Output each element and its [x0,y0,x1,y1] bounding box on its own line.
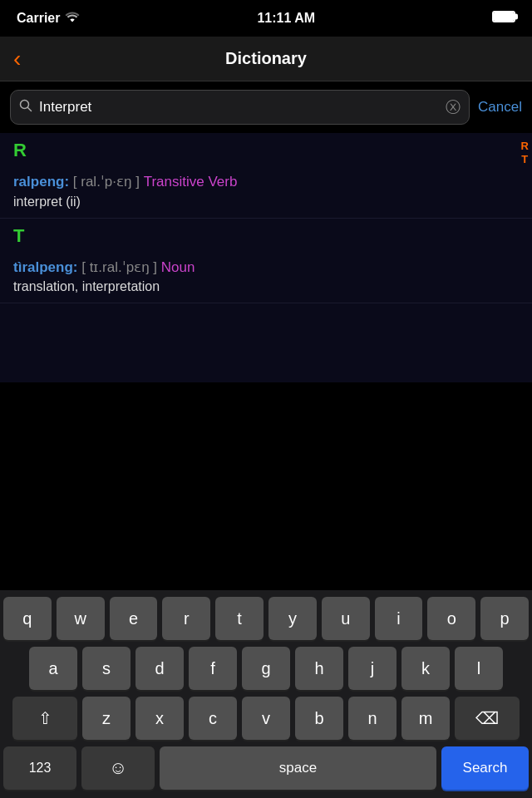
content-area: R ralpeng: [ ral.ˈp·ɛŋ ] Transitive Verb… [0,133,532,382]
back-button[interactable]: ‹ [13,47,21,71]
entry-word-tiralpeng: tìralpeng: [13,259,77,275]
search-button[interactable]: Search [441,746,529,790]
status-time: 11:11 AM [257,11,315,26]
key-s[interactable]: s [82,647,131,690]
key-b[interactable]: b [295,697,343,740]
nav-bar: ‹ Dictionary [0,37,532,81]
key-w[interactable]: w [57,597,105,640]
letter-t: T [13,225,519,247]
letter-r: R [13,140,519,161]
numbers-button[interactable]: 123 [3,746,76,790]
key-z[interactable]: z [82,697,131,740]
entry-phonetic-tiralpeng: [ tɪ.ral.ˈpɛŋ ] [81,259,161,275]
entry-def-tiralpeng: translation, interpretation [13,279,519,294]
keyboard-row-3: ⇧ z x c v b n m ⌫ [3,697,529,740]
key-n[interactable]: n [348,697,397,740]
delete-button[interactable]: ⌫ [455,697,520,740]
status-right [492,11,515,26]
side-index: R T [518,133,532,172]
key-a[interactable]: a [29,647,77,690]
entry-tiralpeng-line1: tìralpeng: [ tɪ.ral.ˈpɛŋ ] Noun [13,257,519,278]
side-index-r[interactable]: R [521,140,529,152]
key-x[interactable]: x [135,697,184,740]
entry-word-ralpeng: ralpeng: [13,174,69,190]
key-i[interactable]: i [375,597,423,640]
key-u[interactable]: u [322,597,370,640]
page-title: Dictionary [225,49,307,68]
key-p[interactable]: p [480,597,529,640]
key-c[interactable]: c [189,697,237,740]
emoji-button[interactable]: ☺ [81,746,155,790]
wifi-icon [65,11,80,26]
entry-ralpeng: ralpeng: [ ral.ˈp·ɛŋ ] Transitive Verb i… [0,165,532,219]
section-t: T [0,219,532,250]
clear-button[interactable]: ⓧ [446,97,461,117]
keyboard-bottom-row: 123 ☺ space Search [3,746,529,790]
search-input-wrap: ⓧ [10,90,470,125]
key-e[interactable]: e [110,597,158,640]
search-bar: ⓧ Cancel [0,81,532,133]
keyboard-row-2: a s d f g h j k l [3,647,529,690]
key-m[interactable]: m [401,697,450,740]
entry-pos-tiralpeng: Noun [161,259,195,275]
entry-ralpeng-line1: ralpeng: [ ral.ˈp·ɛŋ ] Transitive Verb [13,171,519,193]
key-l[interactable]: l [455,647,503,690]
search-icon [19,99,32,116]
section-r: R [0,133,532,165]
svg-line-1 [28,108,32,111]
key-v[interactable]: v [242,697,290,740]
key-y[interactable]: y [268,597,317,640]
keyboard: q w e r t y u i o p a s d f g h j k l ⇧ … [0,590,532,798]
battery-icon [492,11,515,26]
entry-tiralpeng: tìralpeng: [ tɪ.ral.ˈpɛŋ ] Noun translat… [0,250,532,304]
key-q[interactable]: q [3,597,52,640]
entry-pos-ralpeng: Transitive Verb [144,174,238,190]
keyboard-row-1: q w e r t y u i o p [3,597,529,640]
space-button[interactable]: space [160,746,436,790]
key-g[interactable]: g [242,647,290,690]
carrier-label: Carrier [17,11,60,26]
side-index-t[interactable]: T [521,153,528,165]
entry-def-ralpeng: interpret (ii) [13,195,519,209]
status-bar: Carrier 11:11 AM [0,0,532,37]
key-t[interactable]: t [215,597,264,640]
key-d[interactable]: d [135,647,184,690]
status-left: Carrier [17,11,80,26]
key-j[interactable]: j [348,647,397,690]
key-h[interactable]: h [295,647,343,690]
key-o[interactable]: o [427,597,475,640]
search-input[interactable] [39,99,439,116]
key-r[interactable]: r [162,597,210,640]
cancel-button[interactable]: Cancel [478,99,522,116]
entry-phonetic-ralpeng: [ ral.ˈp·ɛŋ ] [73,174,144,190]
key-f[interactable]: f [189,647,237,690]
shift-button[interactable]: ⇧ [12,697,77,740]
key-k[interactable]: k [401,647,450,690]
